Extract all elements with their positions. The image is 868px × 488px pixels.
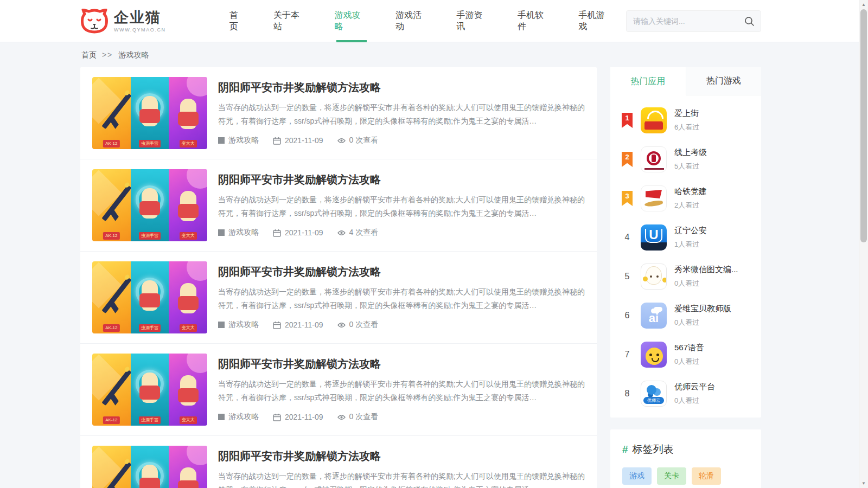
article-row[interactable]: AK-12 虫洞手雷 变大大 阴阳师平安市井奖励解锁方法攻略 当寄存的战功达到一… [80,67,597,159]
thumb-label: 虫洞手雷 [139,140,161,147]
sausage-character [180,99,196,129]
thumb-panel-gun: AK-12 [92,261,131,333]
rifle-icon [101,277,130,313]
article-meta: 游戏攻略 2021-11-09 4 次查看 [218,228,585,237]
list-item[interactable]: 8 优师云 优师云平台0人看过 [610,374,761,413]
tag-item[interactable]: 关卡 [657,467,686,485]
hash-icon: # [622,444,628,455]
list-item[interactable]: 3 哈铁党建2人看过 [610,179,761,218]
sausage-character [142,465,158,488]
nav-item-home[interactable]: 首页 [216,0,260,42]
thumb-panel-gun: AK-12 [92,169,131,241]
article-thumbnail[interactable]: AK-12 虫洞手雷 变大大 [92,354,207,426]
search-icon[interactable] [744,16,754,26]
tag-item[interactable]: 游戏 [622,467,652,485]
app-name[interactable]: 567语音 [674,343,704,353]
rifle-icon [101,93,130,129]
list-item[interactable]: 2 线上考级5人看过 [610,140,761,179]
eye-icon [337,321,346,329]
app-views: 1人看过 [674,240,707,249]
page-scrollbar[interactable] [859,0,868,488]
thumb-panel-grenade: 虫洞手雷 [131,354,169,426]
rifle-icon [101,369,130,406]
sidebar: 热门应用 热门游戏 1 爱上街6人看过 2 线上考级5人看过 3 哈铁党建2人看 [610,67,761,488]
article-category[interactable]: 游戏攻略 [228,136,259,145]
breadcrumb-home-link[interactable]: 首页 [81,50,97,59]
thumb-panel-buff: 变大大 [169,169,207,241]
brand-domain: WWW.QYMAO.CN [114,27,166,33]
article-views: 0 次查看 [349,136,379,145]
rank-number: 4 [625,233,630,242]
eye-icon [337,137,346,145]
list-item[interactable]: 6 ai 爱维宝贝教师版0人看过 [610,296,761,335]
article-category[interactable]: 游戏攻略 [228,228,259,237]
article-title[interactable]: 阴阳师平安市井奖励解锁方法攻略 [218,265,585,279]
app-name[interactable]: 线上考级 [674,147,707,158]
sausage-character [142,96,158,126]
app-icon-aiweibaobei: ai [641,303,667,329]
rank-number: 6 [625,311,630,320]
app-name[interactable]: 辽宁公安 [674,226,707,236]
hot-apps-card: 热门应用 热门游戏 1 爱上街6人看过 2 线上考级5人看过 3 哈铁党建2人看 [610,67,761,418]
nav-item-game-guides[interactable]: 游戏攻略 [321,0,381,42]
hot-app-list: 1 爱上街6人看过 2 线上考级5人看过 3 哈铁党建2人看过 4 U [610,95,761,418]
thumb-label: AK-12 [103,232,119,240]
scroll-up-arrow-icon[interactable] [859,0,868,9]
list-item[interactable]: 4 U 辽宁公安1人看过 [610,218,761,257]
article-title[interactable]: 阴阳师平安市井奖励解锁方法攻略 [218,357,585,371]
list-item[interactable]: 5 秀米微信图文编...0人看过 [610,257,761,296]
article-thumbnail[interactable]: AK-12 虫洞手雷 变大大 [92,261,207,333]
sausage-character [180,283,196,313]
article-row[interactable]: AK-12 虫洞手雷 变大大 阴阳师平安市井奖励解锁方法攻略 当寄存的战功达到一… [80,159,597,251]
article-title[interactable]: 阴阳师平安市井奖励解锁方法攻略 [218,80,585,94]
app-icon-aishangjie [641,107,667,133]
article-thumbnail[interactable]: AK-12 虫洞手雷 变大大 [92,77,207,149]
nav-item-game-events[interactable]: 游戏活动 [382,0,443,42]
sausage-character [180,375,196,406]
tab-hot-games[interactable]: 热门游戏 [686,67,762,95]
scrollbar-thumb[interactable] [860,9,867,242]
thumb-label: AK-12 [103,324,119,332]
search-input[interactable] [633,17,744,25]
app-name[interactable]: 哈铁党建 [674,187,707,197]
rifle-icon [101,185,130,221]
article-category[interactable]: 游戏攻略 [228,412,259,422]
brand-name: 企业猫 [114,10,166,25]
list-item[interactable]: 1 爱上街6人看过 [610,101,761,140]
app-name[interactable]: 秀米微信图文编... [674,265,738,275]
rank-badge: 3 [622,191,633,206]
article-date: 2021-11-09 [285,320,323,329]
nav-item-mobile-games[interactable]: 手机游戏 [565,0,626,42]
rank-badge: 2 [622,152,633,167]
tab-hot-apps[interactable]: 热门应用 [610,67,686,95]
article-thumbnail[interactable]: AK-12 虫洞手雷 变大大 [92,169,207,241]
list-item[interactable]: 7 567语音0人看过 [610,335,761,374]
cat-logo-icon [80,9,108,34]
tag-item[interactable]: 轮滑 [692,467,721,485]
app-icon-567yuyin [641,342,667,368]
sausage-character [142,280,158,311]
app-name[interactable]: 爱上街 [674,108,699,119]
article-row[interactable]: AK-12 虫洞手雷 变大大 阴阳师平安市井奖励解锁方法攻略 当寄存的战功达到一… [80,251,597,343]
thumb-panel-gun: AK-12 [92,354,131,426]
thumb-label: AK-12 [103,140,119,147]
article-thumbnail[interactable]: AK-12 虫洞手雷 变大大 [92,446,207,488]
site-logo[interactable]: 企业猫 WWW.QYMAO.CN [80,9,166,34]
article-row[interactable]: AK-12 虫洞手雷 变大大 阴阳师平安市井奖励解锁方法攻略 当寄存的战功达到一… [80,343,597,435]
nav-item-mobile-software[interactable]: 手机软件 [504,0,565,42]
article-category[interactable]: 游戏攻略 [228,320,259,330]
app-name[interactable]: 优师云平台 [674,382,715,392]
app-icon-youshiyun: 优师云 [641,381,667,407]
app-name[interactable]: 爱维宝贝教师版 [674,304,731,314]
category-icon [218,414,225,420]
rank-number: 8 [625,389,630,398]
article-title[interactable]: 阴阳师平安市井奖励解锁方法攻略 [218,172,585,187]
thumb-panel-grenade: 虫洞手雷 [131,446,169,488]
article-excerpt: 当寄存的战功达到一定的数量，将逐步的解锁平安市井有着各种的奖励;大人们可以使用鬼… [218,470,585,488]
article-row[interactable]: AK-12 虫洞手雷 变大大 阴阳师平安市井奖励解锁方法攻略 当寄存的战功达到一… [80,435,597,488]
nav-item-mobile-game-news[interactable]: 手游资讯 [443,0,503,42]
article-title[interactable]: 阴阳师平安市井奖励解锁方法攻略 [218,449,585,463]
thumb-label: 变大大 [180,324,197,332]
nav-item-about[interactable]: 关于本站 [260,0,321,42]
thumb-panel-grenade: 虫洞手雷 [131,77,169,149]
